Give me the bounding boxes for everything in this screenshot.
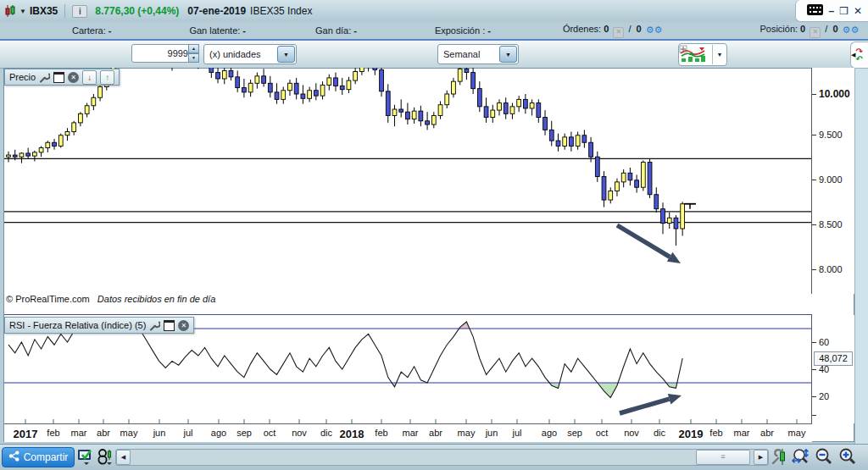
share-button-label: Compartir xyxy=(24,451,69,463)
copyright-bar: © ProRealTime.com Datos recibidos en fin… xyxy=(4,294,814,307)
detach-window-icon[interactable] xyxy=(53,72,64,83)
symbol-dropdown-caret[interactable]: ▼ xyxy=(19,8,26,15)
indicators-button[interactable]: ▼ xyxy=(678,43,727,66)
time-axis-label: sep xyxy=(236,428,252,438)
timeframe-select[interactable]: Semanal ▼ xyxy=(437,44,519,64)
minimize-button[interactable]: – xyxy=(828,6,834,16)
symbol-label[interactable]: IBX35 xyxy=(30,5,58,17)
time-axis-label: may xyxy=(458,428,476,438)
time-axis[interactable]: 2017febmarabrmayjunjulagosepoctnovdic201… xyxy=(4,423,812,442)
detach-window-icon[interactable] xyxy=(164,320,175,331)
orders-list-icon[interactable]: ✕ xyxy=(613,27,624,38)
position-settings-gear-icon[interactable]: ⚙⚙ xyxy=(843,25,860,35)
scroll-left-button[interactable]: ◀ xyxy=(116,450,131,465)
posicion-field: Posición:0 ✕ / 0 ⚙⚙ xyxy=(760,24,859,38)
keyboard-icon[interactable] xyxy=(807,4,823,17)
rsi-panel-header: RSI - Fuerza Relativa (índice) (5) ✕ xyxy=(4,317,194,334)
time-axis-label: jul xyxy=(512,428,521,438)
price-panel-header: Precio ✕ ↓ ↑ xyxy=(4,69,120,86)
timeframe-select-arrow[interactable]: ▼ xyxy=(499,46,517,63)
time-axis-label: 2019 xyxy=(679,428,704,440)
maximize-button[interactable]: ❒ xyxy=(839,6,849,16)
units-select-arrow[interactable]: ▼ xyxy=(277,46,295,63)
cartera-field: Cartera:- xyxy=(72,25,111,36)
window-controls: – ❒ ✕ xyxy=(795,0,868,22)
refresh-arrows-icon: ↷↶ xyxy=(855,47,862,63)
time-axis-label: abr xyxy=(760,428,774,438)
close-panel-icon[interactable]: ✕ xyxy=(178,320,189,331)
scrollbar-thumb[interactable]: ≡ xyxy=(696,450,750,465)
units-select[interactable]: (x) unidades ▼ xyxy=(203,44,297,64)
zoom-selection-icon[interactable] xyxy=(791,447,811,467)
time-axis-label: oct xyxy=(264,428,276,438)
move-panel-down-icon[interactable]: ↓ xyxy=(82,70,97,85)
price-axis-label: 8.000 xyxy=(819,264,843,274)
chart-toolbar: 9999 ▲▼ (x) unidades ▼ Semanal ▼ ▼ xyxy=(0,41,868,69)
move-panel-up-icon[interactable]: ↑ xyxy=(100,70,114,85)
time-axis-label: ago xyxy=(542,428,557,438)
share-icon xyxy=(8,451,19,464)
screen-check-icon[interactable] xyxy=(76,447,97,467)
divider xyxy=(64,4,65,18)
link-instrument-icon[interactable] xyxy=(96,447,116,467)
time-axis-label: feb xyxy=(709,428,722,438)
time-axis-label: may xyxy=(788,428,806,438)
position-list-icon[interactable]: ✕ xyxy=(810,27,821,38)
quantity-stepper[interactable]: ▲▼ xyxy=(188,44,199,63)
close-button[interactable]: ✕ xyxy=(854,6,862,16)
time-axis-label: jun xyxy=(153,428,166,438)
time-axis-label: mar xyxy=(71,428,87,438)
copyright-text: © ProRealTime.com xyxy=(6,294,90,304)
indicators-dropdown-arrow[interactable]: ▼ xyxy=(712,45,726,64)
rsi-axis-label: 20 xyxy=(819,391,829,401)
info-icon[interactable]: i xyxy=(72,5,87,18)
time-axis-label: feb xyxy=(375,428,387,438)
wrench-icon[interactable] xyxy=(39,72,50,83)
time-axis-label: jun xyxy=(486,428,498,438)
time-axis-label: dic xyxy=(654,428,665,438)
time-axis-label: nov xyxy=(292,428,307,438)
ordenes-field: Órdenes:0 ✕ / 0 ⚙⚙ xyxy=(563,24,663,38)
time-axis-label: sep xyxy=(567,428,582,438)
last-price: 8.776,30 (+0,44%) xyxy=(95,5,179,17)
share-button[interactable]: Compartir xyxy=(2,447,75,467)
time-scrollbar[interactable]: ◀ ≡ ▶ xyxy=(115,449,769,466)
collapse-side-panel-button[interactable]: ◀ ↷↶ xyxy=(850,41,868,69)
wrench-icon[interactable] xyxy=(149,320,160,331)
right-panel-strip[interactable] xyxy=(854,69,868,445)
time-axis-label: 2018 xyxy=(340,428,364,440)
price-axis-label: 9.500 xyxy=(819,130,843,140)
account-bar: Cartera:- Gan latente:- Gan día:- Exposi… xyxy=(0,22,868,41)
zoom-in-button[interactable] xyxy=(837,447,858,467)
close-panel-icon[interactable]: ✕ xyxy=(68,72,79,83)
time-axis-label: mar xyxy=(403,428,419,438)
quote-date: 07-ene-2019 xyxy=(187,5,246,17)
price-panel-title: Precio xyxy=(9,72,36,82)
time-axis-label: jul xyxy=(183,428,192,438)
scroll-right-button[interactable]: ▶ xyxy=(754,450,768,465)
price-axis-label: 8.500 xyxy=(819,219,843,229)
gan-dia-field: Gan día:- xyxy=(315,25,357,36)
rsi-axis[interactable]: 60 40 20 xyxy=(812,315,854,423)
price-axis-label: 10.000 xyxy=(819,88,850,100)
time-axis-label: abr xyxy=(429,428,442,438)
instrument-name: IBEX35 Index xyxy=(250,5,312,17)
orders-settings-gear-icon[interactable]: ⚙⚙ xyxy=(646,25,663,35)
price-axis[interactable]: 10.000 9.500 9.000 8.500 8.000 xyxy=(812,68,854,294)
time-axis-label: 2017 xyxy=(14,428,38,440)
rsi-panel-title: RSI - Fuerza Relativa (índice) (5) xyxy=(9,320,146,330)
panel-separator xyxy=(4,314,812,315)
quantity-input[interactable]: 9999 xyxy=(131,44,192,63)
time-axis-label: mar xyxy=(734,428,750,438)
chart-settings-wrench-icon[interactable] xyxy=(770,447,790,467)
time-axis-label: ago xyxy=(211,428,226,438)
time-axis-label: may xyxy=(120,428,138,438)
time-axis-label: feb xyxy=(47,428,59,438)
time-axis-label: nov xyxy=(624,428,639,438)
prorealtime-window: ▼ IBX35 i 8.776,30 (+0,44%) 07-ene-2019 … xyxy=(0,0,868,470)
time-axis-label: abr xyxy=(97,428,110,438)
price-chart-canvas[interactable] xyxy=(4,68,812,294)
time-axis-label: oct xyxy=(596,428,609,438)
rsi-current-value: 48,072 xyxy=(814,351,853,366)
zoom-out-button[interactable] xyxy=(814,447,834,467)
